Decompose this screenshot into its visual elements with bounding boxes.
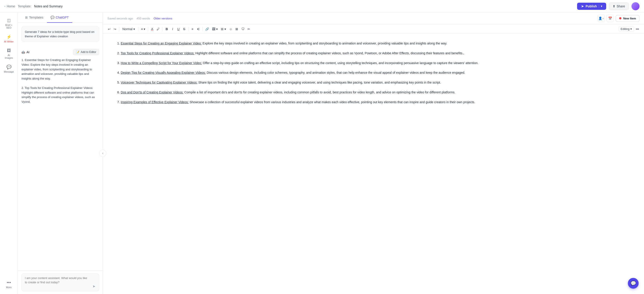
redo-button[interactable]: ↪ [112,26,118,32]
chat-input[interactable] [25,276,90,289]
ai-robot-icon: 🤖 [22,50,25,54]
numbered-list-button[interactable]: ⑆ [196,26,201,32]
editing-chevron-icon: ▾ [630,27,632,31]
editing-label: Editing [621,27,630,31]
chat-input-area: ➤ [18,271,103,294]
track-changes-button[interactable]: ✏ [246,26,252,32]
brief-seo-icon: ◫ [7,18,11,23]
list-item: 2. Top Tools for Creating Professional E… [116,51,630,56]
send-button[interactable]: ➤ [92,284,96,289]
share-label: Share [617,4,625,8]
link-button[interactable]: 🔗 [204,26,210,32]
editor-actions: 👤+ 📅 New Item [598,15,640,22]
toolbar-divider-6 [202,27,202,31]
toolbar-divider-5 [188,27,188,31]
comment-button[interactable]: 🗨 [240,26,246,32]
chat-tabs: ⊞ Templates 💬 ChatGPT [18,12,103,23]
emoji-button[interactable]: ☺ [228,26,234,32]
more-icon: ••• [7,280,11,285]
publish-chevron-icon: ▾ [599,5,602,8]
chat-bubble-button[interactable]: 💬 [628,278,639,289]
chat-input-wrapper: ➤ [22,274,99,292]
word-count: 450 words [136,17,150,20]
avatar[interactable] [632,2,640,10]
sidebar-item-message-label: Message [4,70,14,73]
add-to-editor-label: Add to Editor [81,50,96,54]
list-item: 3. How to Write a Compelling Script for … [116,61,630,66]
undo-button[interactable]: ↩ [106,26,112,32]
bold-button[interactable]: B [164,26,170,32]
collapse-toggle[interactable]: ‹ [99,150,106,157]
list-item: 7. Inspiring Examples of Effective Expla… [116,100,630,105]
home-link[interactable]: ‹ Home [4,4,15,8]
list-item: 6. Dos and Don'ts of Creating Explainer … [116,90,630,95]
text-color-button[interactable]: A [150,26,155,32]
older-versions-link[interactable]: Older versions [154,17,172,20]
ai-writer-icon: ⚡ [6,34,12,39]
top-bar: ‹ Home Template: Notes and Summary ➤ Pub… [0,0,644,12]
add-to-editor-button[interactable]: 📝 Add to Editor [73,49,99,55]
editor-items: 1. Essential Steps for Creating an Engag… [116,41,630,105]
calendar-button[interactable]: 📅 [607,15,614,22]
saved-text: Saved seconds ago [108,17,133,20]
highlight-button[interactable]: 🖊 [155,26,161,32]
sidebar-item-ai-images[interactable]: 🖼 AI Images [1,46,17,61]
add-user-button[interactable]: 👤+ [598,15,605,22]
list-item: 1. Essential Steps for Creating an Engag… [116,41,630,46]
style-dropdown[interactable]: Normal ▾ [120,26,137,32]
ai-response-text: 1. Essential Steps for Creating an Engag… [22,58,99,104]
ai-section-header: 🤖 AI 📝 Add to Editor [22,49,99,55]
sidebar-item-more-label: More [6,286,12,289]
sidebar-item-message[interactable]: 💬 Message [1,63,17,75]
toolbar-divider-1 [119,27,119,31]
italic-button[interactable]: I [170,26,175,32]
ai-label-text: AI [26,50,29,54]
strikethrough-button[interactable]: S [182,26,187,32]
top-bar-right: ➤ Publish ▾ ⬆ Share [577,2,640,10]
list-item: 5. Voiceover Techniques for Captivating … [116,80,630,85]
chat-panel: ⊞ Templates 💬 ChatGPT Generate 7 ideas f… [18,12,103,294]
add-user-icon: 👤+ [598,16,604,20]
editor-meta-bar: Saved seconds ago 450 words Older versio… [103,12,644,24]
new-item-button[interactable]: New Item [616,15,640,22]
table-button[interactable]: ⊞ ▾ [220,26,227,32]
formatting-toolbar: ↩ ↪ Normal ▾ ≡ ▾ A 🖊 B I U S ≡ ⑆ 🔗 🖼 ▾ ⊞… [103,24,644,34]
toolbar-divider-3 [148,27,148,31]
chevron-left-icon: ‹ [4,5,5,8]
more-options-button[interactable]: ••• [634,26,640,32]
style-chevron-icon: ▾ [133,27,135,31]
send-icon: ➤ [92,285,95,288]
sidebar-item-brief-seo-label: Brief + SEO [4,24,14,29]
templates-tab-icon: ⊞ [25,16,28,19]
message-icon: 💬 [6,65,12,69]
template-prefix: Template: [18,4,31,8]
editing-dropdown[interactable]: Editing ▾ [619,26,634,32]
image-button[interactable]: 🖼 ▾ [211,26,219,32]
sidebar-item-ai-images-label: AI Images [4,54,14,59]
ai-label-container: 🤖 AI [22,50,29,54]
editor-content[interactable]: 1. Essential Steps for Creating an Engag… [103,34,644,294]
calendar-icon: 📅 [608,16,612,20]
sidebar-item-more[interactable]: ••• More [1,279,17,291]
chat-prompt-box: Generate 7 ideas for a listicle-type blo… [22,26,99,42]
tab-templates[interactable]: ⊞ Templates [22,12,47,23]
bullet-list-button[interactable]: ≡ [190,26,195,32]
toolbar-divider-2 [138,27,138,31]
tab-chatgpt[interactable]: 💬 ChatGPT [47,12,72,23]
special-char-button[interactable]: ⊠ [234,26,240,32]
add-to-editor-icon: 📝 [76,50,80,54]
sidebar-item-brief-seo[interactable]: ◫ Brief + SEO [1,16,17,31]
align-button[interactable]: ≡ ▾ [140,26,146,32]
new-item-dot [619,17,622,19]
publish-button[interactable]: ➤ Publish ▾ [577,3,606,10]
ai-images-icon: 🖼 [7,48,11,53]
editor-panel: Saved seconds ago 450 words Older versio… [103,12,644,294]
share-button[interactable]: ⬆ Share [609,2,629,10]
sidebar-item-ai-writer[interactable]: ⚡ AI Writer [1,33,17,45]
publish-label: Publish [586,4,597,8]
left-sidebar: ◫ Brief + SEO ⚡ AI Writer 🖼 AI Images 💬 … [0,12,18,294]
avatar-image [632,2,640,10]
main-layout: ◫ Brief + SEO ⚡ AI Writer 🖼 AI Images 💬 … [0,12,644,294]
underline-button[interactable]: U [176,26,181,32]
chatgpt-tab-icon: 💬 [50,16,54,19]
